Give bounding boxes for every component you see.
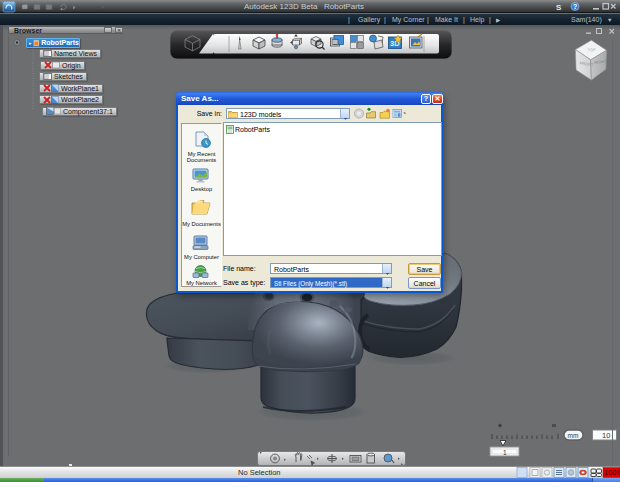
svg-text:Documents: Documents [187, 157, 216, 163]
svg-text:mm: mm [568, 432, 579, 439]
svg-text:100%: 100% [604, 468, 620, 477]
svg-text:My Network: My Network [186, 280, 217, 286]
svg-text:?: ? [573, 3, 577, 10]
svg-text:My Recent: My Recent [188, 151, 216, 157]
svg-text:My Computer: My Computer [184, 254, 219, 260]
svg-text:Desktop: Desktop [191, 186, 212, 192]
svg-text:My Documents: My Documents [182, 221, 221, 227]
svg-text:TOP: TOP [587, 47, 596, 52]
svg-text:10: 10 [602, 431, 610, 440]
svg-text:1: 1 [503, 449, 507, 456]
svg-text:S: S [556, 3, 562, 12]
